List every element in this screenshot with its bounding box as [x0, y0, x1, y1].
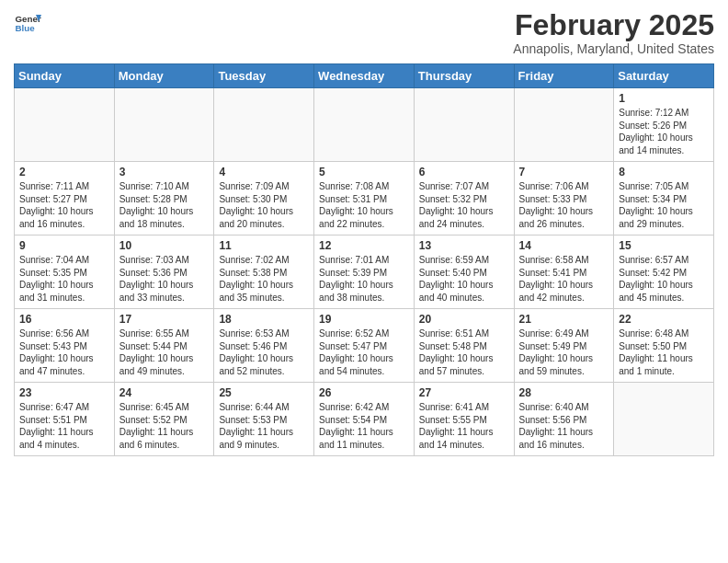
table-row: 15Sunrise: 6:57 AM Sunset: 5:42 PM Dayli… [614, 236, 714, 309]
svg-text:Blue: Blue [16, 23, 36, 33]
day-number: 25 [219, 386, 309, 399]
day-info: Sunrise: 6:57 AM Sunset: 5:42 PM Dayligh… [619, 254, 709, 304]
calendar-week-row: 16Sunrise: 6:56 AM Sunset: 5:43 PM Dayli… [15, 309, 714, 383]
table-row: 3Sunrise: 7:10 AM Sunset: 5:28 PM Daylig… [114, 162, 214, 236]
page: General Blue February 2025 Annapolis, Ma… [0, 0, 728, 470]
day-info: Sunrise: 7:11 AM Sunset: 5:27 PM Dayligh… [19, 180, 109, 230]
table-row: 6Sunrise: 7:07 AM Sunset: 5:32 PM Daylig… [414, 162, 514, 236]
subtitle: Annapolis, Maryland, United States [513, 41, 714, 56]
day-info: Sunrise: 6:42 AM Sunset: 5:54 PM Dayligh… [319, 401, 409, 451]
day-info: Sunrise: 6:40 AM Sunset: 5:56 PM Dayligh… [519, 401, 609, 451]
table-row: 22Sunrise: 6:48 AM Sunset: 5:50 PM Dayli… [614, 309, 714, 383]
day-number: 24 [119, 386, 210, 399]
day-number: 2 [19, 166, 109, 178]
day-info: Sunrise: 6:55 AM Sunset: 5:44 PM Dayligh… [119, 327, 210, 377]
table-row: 27Sunrise: 6:41 AM Sunset: 5:55 PM Dayli… [414, 383, 514, 456]
logo-icon: General Blue [14, 9, 41, 37]
table-row [314, 88, 415, 162]
day-number: 4 [219, 166, 309, 178]
day-number: 18 [219, 313, 309, 326]
table-row: 24Sunrise: 6:45 AM Sunset: 5:52 PM Dayli… [114, 383, 214, 456]
day-info: Sunrise: 6:49 AM Sunset: 5:49 PM Dayligh… [519, 327, 609, 377]
day-number: 26 [319, 386, 409, 399]
col-monday: Monday [114, 64, 214, 88]
col-sunday: Sunday [15, 64, 115, 88]
day-number: 11 [219, 239, 309, 252]
day-info: Sunrise: 6:41 AM Sunset: 5:55 PM Dayligh… [419, 401, 509, 451]
day-info: Sunrise: 7:12 AM Sunset: 5:26 PM Dayligh… [619, 107, 709, 156]
day-number: 21 [519, 313, 609, 326]
day-number: 17 [119, 313, 210, 326]
day-info: Sunrise: 7:07 AM Sunset: 5:32 PM Dayligh… [419, 180, 509, 230]
day-number: 15 [619, 239, 709, 252]
day-info: Sunrise: 6:44 AM Sunset: 5:53 PM Dayligh… [219, 401, 309, 451]
col-thursday: Thursday [414, 64, 514, 88]
day-info: Sunrise: 6:52 AM Sunset: 5:47 PM Dayligh… [319, 327, 409, 377]
table-row: 2Sunrise: 7:11 AM Sunset: 5:27 PM Daylig… [15, 162, 115, 236]
day-number: 28 [519, 386, 609, 399]
day-number: 3 [119, 166, 210, 178]
day-number: 16 [19, 313, 109, 326]
table-row: 4Sunrise: 7:09 AM Sunset: 5:30 PM Daylig… [214, 162, 314, 236]
calendar-week-row: 23Sunrise: 6:47 AM Sunset: 5:51 PM Dayli… [15, 383, 714, 456]
day-number: 13 [419, 239, 509, 252]
col-tuesday: Tuesday [214, 64, 314, 88]
day-info: Sunrise: 7:09 AM Sunset: 5:30 PM Dayligh… [219, 180, 309, 230]
calendar-week-row: 2Sunrise: 7:11 AM Sunset: 5:27 PM Daylig… [15, 162, 714, 236]
day-number: 7 [519, 166, 609, 178]
day-number: 5 [319, 166, 409, 178]
table-row: 5Sunrise: 7:08 AM Sunset: 5:31 PM Daylig… [314, 162, 415, 236]
table-row: 11Sunrise: 7:02 AM Sunset: 5:38 PM Dayli… [214, 236, 314, 309]
calendar-week-row: 9Sunrise: 7:04 AM Sunset: 5:35 PM Daylig… [15, 236, 714, 309]
day-info: Sunrise: 6:59 AM Sunset: 5:40 PM Dayligh… [419, 254, 509, 304]
day-info: Sunrise: 6:51 AM Sunset: 5:48 PM Dayligh… [419, 327, 509, 377]
day-info: Sunrise: 7:06 AM Sunset: 5:33 PM Dayligh… [519, 180, 609, 230]
day-number: 27 [419, 386, 509, 399]
calendar-table: Sunday Monday Tuesday Wednesday Thursday… [14, 63, 714, 456]
day-info: Sunrise: 6:47 AM Sunset: 5:51 PM Dayligh… [19, 401, 109, 451]
calendar-week-row: 1Sunrise: 7:12 AM Sunset: 5:26 PM Daylig… [15, 88, 714, 162]
table-row: 12Sunrise: 7:01 AM Sunset: 5:39 PM Dayli… [314, 236, 415, 309]
day-info: Sunrise: 6:56 AM Sunset: 5:43 PM Dayligh… [19, 327, 109, 377]
day-info: Sunrise: 7:03 AM Sunset: 5:36 PM Dayligh… [119, 254, 210, 304]
day-number: 8 [619, 166, 709, 178]
day-info: Sunrise: 6:48 AM Sunset: 5:50 PM Dayligh… [619, 327, 709, 377]
table-row: 18Sunrise: 6:53 AM Sunset: 5:46 PM Dayli… [214, 309, 314, 383]
day-number: 10 [119, 239, 210, 252]
day-number: 14 [519, 239, 609, 252]
day-info: Sunrise: 6:58 AM Sunset: 5:41 PM Dayligh… [519, 254, 609, 304]
header: General Blue February 2025 Annapolis, Ma… [14, 9, 714, 56]
day-info: Sunrise: 6:45 AM Sunset: 5:52 PM Dayligh… [119, 401, 210, 451]
day-number: 19 [319, 313, 409, 326]
day-info: Sunrise: 7:10 AM Sunset: 5:28 PM Dayligh… [119, 180, 210, 230]
col-wednesday: Wednesday [314, 64, 415, 88]
table-row: 16Sunrise: 6:56 AM Sunset: 5:43 PM Dayli… [15, 309, 115, 383]
table-row [214, 88, 314, 162]
table-row: 8Sunrise: 7:05 AM Sunset: 5:34 PM Daylig… [614, 162, 714, 236]
day-number: 1 [619, 92, 709, 105]
table-row: 23Sunrise: 6:47 AM Sunset: 5:51 PM Dayli… [15, 383, 115, 456]
table-row: 25Sunrise: 6:44 AM Sunset: 5:53 PM Dayli… [214, 383, 314, 456]
day-info: Sunrise: 6:53 AM Sunset: 5:46 PM Dayligh… [219, 327, 309, 377]
day-info: Sunrise: 7:01 AM Sunset: 5:39 PM Dayligh… [319, 254, 409, 304]
day-number: 23 [19, 386, 109, 399]
table-row: 28Sunrise: 6:40 AM Sunset: 5:56 PM Dayli… [514, 383, 614, 456]
table-row: 7Sunrise: 7:06 AM Sunset: 5:33 PM Daylig… [514, 162, 614, 236]
day-info: Sunrise: 7:04 AM Sunset: 5:35 PM Dayligh… [19, 254, 109, 304]
day-number: 12 [319, 239, 409, 252]
table-row: 9Sunrise: 7:04 AM Sunset: 5:35 PM Daylig… [15, 236, 115, 309]
table-row [114, 88, 214, 162]
table-row [614, 383, 714, 456]
table-row: 14Sunrise: 6:58 AM Sunset: 5:41 PM Dayli… [514, 236, 614, 309]
table-row: 13Sunrise: 6:59 AM Sunset: 5:40 PM Dayli… [414, 236, 514, 309]
day-info: Sunrise: 7:02 AM Sunset: 5:38 PM Dayligh… [219, 254, 309, 304]
table-row: 26Sunrise: 6:42 AM Sunset: 5:54 PM Dayli… [314, 383, 415, 456]
table-row: 17Sunrise: 6:55 AM Sunset: 5:44 PM Dayli… [114, 309, 214, 383]
table-row: 21Sunrise: 6:49 AM Sunset: 5:49 PM Dayli… [514, 309, 614, 383]
main-title: February 2025 [513, 9, 714, 41]
calendar-header-row: Sunday Monday Tuesday Wednesday Thursday… [15, 64, 714, 88]
logo: General Blue [14, 9, 43, 37]
table-row [15, 88, 115, 162]
table-row: 1Sunrise: 7:12 AM Sunset: 5:26 PM Daylig… [614, 88, 714, 162]
table-row: 10Sunrise: 7:03 AM Sunset: 5:36 PM Dayli… [114, 236, 214, 309]
